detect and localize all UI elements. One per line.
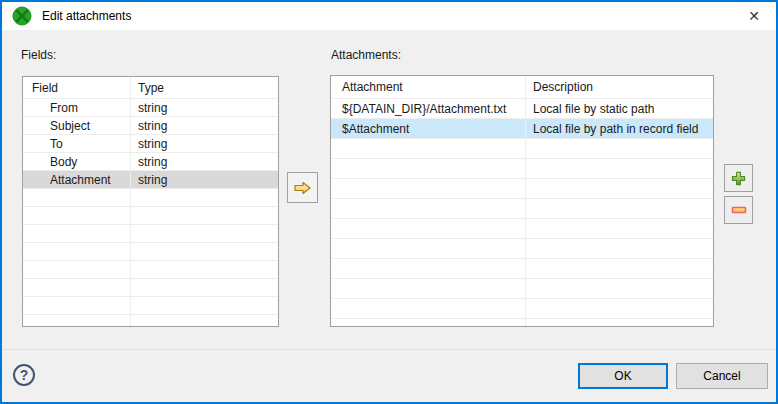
empty-row bbox=[331, 159, 713, 179]
empty-row bbox=[23, 189, 278, 207]
field-type: string bbox=[130, 155, 278, 169]
empty-row bbox=[331, 219, 713, 239]
attachments-label: Attachments: bbox=[331, 48, 401, 62]
attachment-description: Local file by static path bbox=[525, 102, 713, 116]
empty-row bbox=[331, 299, 713, 319]
empty-row bbox=[331, 259, 713, 279]
footer-divider bbox=[2, 349, 776, 350]
empty-row bbox=[23, 225, 278, 243]
minus-icon bbox=[731, 203, 747, 217]
titlebar[interactable]: Edit attachments ✕ bbox=[2, 2, 776, 30]
attachment-row-static-path[interactable]: ${DATAIN_DIR}/Attachment.txt Local file … bbox=[331, 99, 713, 119]
ok-button[interactable]: OK bbox=[578, 363, 668, 389]
attachment-value: ${DATAIN_DIR}/Attachment.txt bbox=[331, 102, 525, 116]
edit-attachments-dialog: Edit attachments ✕ Fields: Attachments: … bbox=[0, 0, 778, 404]
field-row-body[interactable]: Body string bbox=[23, 153, 278, 171]
empty-row bbox=[23, 279, 278, 297]
empty-row bbox=[23, 297, 278, 315]
field-row-from[interactable]: From string bbox=[23, 99, 278, 117]
attachment-row-record-field-selected[interactable]: $Attachment Local file by path in record… bbox=[331, 119, 713, 139]
field-type: string bbox=[130, 119, 278, 133]
fields-label: Fields: bbox=[21, 48, 56, 62]
empty-row bbox=[23, 243, 278, 261]
attachments-table-header: Attachment Description bbox=[331, 76, 713, 99]
field-name: Attachment bbox=[23, 173, 130, 187]
empty-row bbox=[23, 207, 278, 225]
field-type: string bbox=[130, 173, 278, 187]
close-button[interactable]: ✕ bbox=[732, 2, 776, 30]
attachment-description: Local file by path in record field bbox=[525, 122, 713, 136]
empty-row bbox=[331, 319, 713, 327]
field-type: string bbox=[130, 101, 278, 115]
field-name: Subject bbox=[23, 119, 130, 133]
empty-row bbox=[331, 279, 713, 299]
fields-table-header: Field Type bbox=[23, 77, 278, 99]
help-icon: ? bbox=[20, 367, 29, 383]
field-row-to[interactable]: To string bbox=[23, 135, 278, 153]
close-icon: ✕ bbox=[748, 8, 760, 24]
cancel-button[interactable]: Cancel bbox=[676, 363, 768, 389]
field-type: string bbox=[130, 137, 278, 151]
remove-attachment-button[interactable] bbox=[724, 196, 753, 224]
fields-table[interactable]: Field Type From string Subject string To… bbox=[22, 76, 279, 327]
empty-row bbox=[23, 261, 278, 279]
column-header-description[interactable]: Description bbox=[525, 80, 713, 94]
add-attachment-button[interactable] bbox=[724, 164, 753, 192]
field-row-attachment-selected[interactable]: Attachment string bbox=[23, 171, 278, 189]
empty-row bbox=[331, 199, 713, 219]
attachment-value: $Attachment bbox=[331, 122, 525, 136]
column-header-field[interactable]: Field bbox=[23, 81, 130, 95]
help-button[interactable]: ? bbox=[13, 364, 35, 386]
column-header-type[interactable]: Type bbox=[130, 81, 278, 95]
window-title: Edit attachments bbox=[42, 9, 131, 23]
field-row-subject[interactable]: Subject string bbox=[23, 117, 278, 135]
add-field-to-attachments-button[interactable] bbox=[287, 172, 318, 203]
empty-row bbox=[331, 239, 713, 259]
empty-row bbox=[331, 179, 713, 199]
plus-icon bbox=[731, 171, 746, 186]
column-header-attachment[interactable]: Attachment bbox=[331, 80, 525, 94]
field-name: From bbox=[23, 101, 130, 115]
empty-row bbox=[331, 139, 713, 159]
app-logo-icon bbox=[12, 6, 32, 26]
arrow-right-icon bbox=[293, 179, 312, 197]
empty-row bbox=[23, 315, 278, 327]
field-name: Body bbox=[23, 155, 130, 169]
field-name: To bbox=[23, 137, 130, 151]
attachments-table[interactable]: Attachment Description ${DATAIN_DIR}/Att… bbox=[330, 75, 714, 327]
